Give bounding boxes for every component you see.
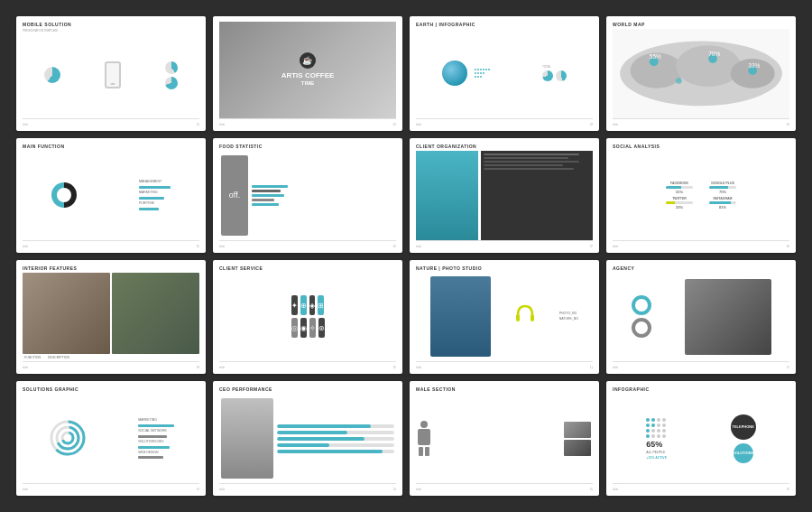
slide-13-content: MARKETING SOCIAL NETWORK SOLUTIONS DEV W…: [23, 394, 199, 483]
slide-infographic[interactable]: INFOGRAPHIC 65% ALL PEOPLE +13% ACTIVE T…: [606, 381, 796, 496]
footer-right-13: 13: [197, 488, 199, 491]
coffee-title: ARTIS COFFEE: [281, 71, 335, 80]
service-box-6: ◉: [300, 318, 307, 338]
footer-right-4: 04: [787, 123, 789, 126]
info-all-people: ALL PEOPLE: [646, 451, 667, 454]
service-boxes-top: ✦ ⊕ ◈ ⊞: [291, 295, 324, 315]
svg-rect-12: [531, 314, 534, 321]
slide-client-service[interactable]: CLIENT SERVICE ✦ ⊕ ◈ ⊞ ◎: [213, 260, 402, 375]
slide-mobile-solution[interactable]: MOBILE SOLUTION PRESENTATION TEMPLATE sl…: [16, 16, 206, 131]
slide-7-title: CLIENT ORGANIZATION: [416, 144, 593, 149]
service-box-8: ⊛: [318, 318, 325, 338]
interior-img-1: [23, 273, 110, 355]
slide-earth[interactable]: EARTH | INFOGRAPHIC: [410, 16, 599, 131]
slide-interior[interactable]: INTERIOR FEATURES FUNCTION DESCRIPTION s…: [16, 260, 206, 375]
slide-3-footer-line: [416, 118, 593, 119]
footer-right-14: 14: [393, 488, 396, 491]
client-text: [481, 151, 593, 240]
footer-left-11: slide: [416, 366, 421, 369]
slide-solutions[interactable]: SOLUTIONS GRAPHIC MARKETING SOCIAL NETWO…: [16, 381, 206, 496]
slide-1-footer-line: [23, 118, 199, 119]
slide-coffee[interactable]: ARTIS COFFEE TIME slide 02: [213, 16, 402, 131]
slide-16-content: 65% ALL PEOPLE +13% ACTIVE TELEPHONE SOL…: [613, 394, 789, 483]
slide-3-footer: slide 03: [416, 123, 593, 126]
coffee-overlay: ARTIS COFFEE TIME: [281, 52, 335, 88]
social-google: GOOGLE PLUS 70%: [709, 182, 736, 194]
slide-10-footer-line: [219, 361, 396, 362]
world-map-svg: 55% 70% 33%: [613, 29, 789, 118]
footer-right-1: 01: [197, 123, 199, 126]
ceo-bar-track-1: [277, 424, 394, 428]
service-box-3: ◈: [309, 295, 315, 315]
coffee-subtitle: TIME: [301, 80, 314, 88]
solutions-label-4: WEB DESIGN: [138, 451, 174, 455]
agency-donut-2: [632, 318, 651, 338]
svg-point-7: [676, 78, 682, 84]
slide-world-map[interactable]: WORLD MAP 55% 70% 33% slide 04: [606, 16, 796, 131]
solutions-bar-4: [138, 456, 163, 459]
slide-14-content: [219, 394, 396, 483]
phone-icon: [105, 61, 121, 88]
slide-6-title: FOOD STATISTIC: [219, 144, 396, 149]
food-bar-4: [252, 199, 274, 201]
interior-label-1: FUNCTION: [24, 356, 41, 360]
slide-1-content: [23, 33, 199, 118]
slide-male-section[interactable]: MALE SECTION slide 15: [410, 381, 599, 496]
slide-food-statistic[interactable]: FOOD STATISTIC off.: [213, 138, 402, 253]
client-line-5: [484, 168, 575, 170]
nature-stat: PHOTO_NO: [559, 312, 578, 316]
info-active: +13% ACTIVE: [646, 456, 667, 460]
ceo-bar-1: [277, 424, 371, 428]
footer-right-16: 16: [787, 488, 789, 491]
slide-5-footer: slide 05: [23, 245, 199, 248]
client-line-2: [484, 157, 569, 159]
slide-13-title: SOLUTIONS GRAPHIC: [23, 386, 199, 392]
nature-image: [430, 276, 491, 357]
instagram-pct: 81%: [719, 205, 726, 209]
nature-stat-2: NATURE_NO: [559, 317, 578, 321]
slide-nature-photo[interactable]: NATURE | PHOTO STUDIO PHOTO_NO NATURE_NO…: [410, 260, 599, 375]
slide-14-title: CEO PERFORMANCE: [219, 386, 396, 392]
service-box-5: ◎: [291, 318, 298, 338]
service-icon-4: ⊞: [318, 302, 324, 310]
slide-main-function[interactable]: MAIN FUNCTION MANAGEMENT MARKETING PURPO…: [16, 138, 206, 253]
dot-row-1: [475, 69, 490, 70]
function-bars: MANAGEMENT MARKETING PURPOSE: [139, 180, 171, 210]
footer-right-12: 12: [787, 366, 789, 369]
slide-6-footer: slide 06: [219, 245, 396, 248]
food-bar-row-4: [252, 199, 394, 201]
func-label-2: MARKETING: [139, 191, 171, 195]
slide-ceo-performance[interactable]: CEO PERFORMANCE: [213, 381, 402, 496]
food-bar-row-2: [252, 190, 394, 192]
slide-1-footer: slide 01: [23, 123, 199, 126]
social-instagram: INSTAGRAM 81%: [709, 197, 736, 209]
slide-4-content: 55% 70% 33%: [613, 29, 789, 118]
earth-chart: [442, 61, 490, 86]
slide-client-org[interactable]: CLIENT ORGANIZATION slide 07: [410, 138, 599, 253]
slide-12-content: [613, 273, 789, 362]
info-circles: TELEPHONE SOLUTIONS: [731, 414, 756, 463]
svg-rect-11: [516, 314, 520, 321]
food-stat-bars: [252, 185, 394, 206]
interior-label-2: DESCRIPTION: [48, 356, 69, 360]
earth-pie-1: [542, 70, 553, 81]
ring-chart: [51, 182, 77, 208]
earth-stats: TOTAL: [542, 65, 567, 81]
slide-11-footer-line: [416, 361, 593, 362]
solutions-bar-1: [138, 424, 174, 427]
slide-15-footer: slide 15: [416, 488, 593, 491]
male-photos: [564, 422, 591, 456]
figure-leg-1: [419, 447, 423, 456]
client-line-1: [484, 154, 580, 155]
footer-right-15: 15: [590, 488, 593, 491]
slide-7-footer: slide 07: [416, 245, 593, 248]
slide-agency[interactable]: AGENCY slide 12: [606, 260, 796, 375]
male-img-1: [564, 422, 591, 438]
slide-11-footer: slide 11: [416, 366, 593, 369]
slide-9-title: INTERIOR FEATURES: [23, 265, 199, 271]
headphones-group: [516, 303, 534, 331]
func-label-1: MANAGEMENT: [139, 180, 171, 184]
slide-social-analysis[interactable]: SOCIAL ANALYSIS FACEBOOK 55% GOOGLE PLUS…: [606, 138, 796, 253]
earth-pies: [542, 70, 567, 81]
slide-3-title: EARTH | INFOGRAPHIC: [416, 22, 593, 27]
